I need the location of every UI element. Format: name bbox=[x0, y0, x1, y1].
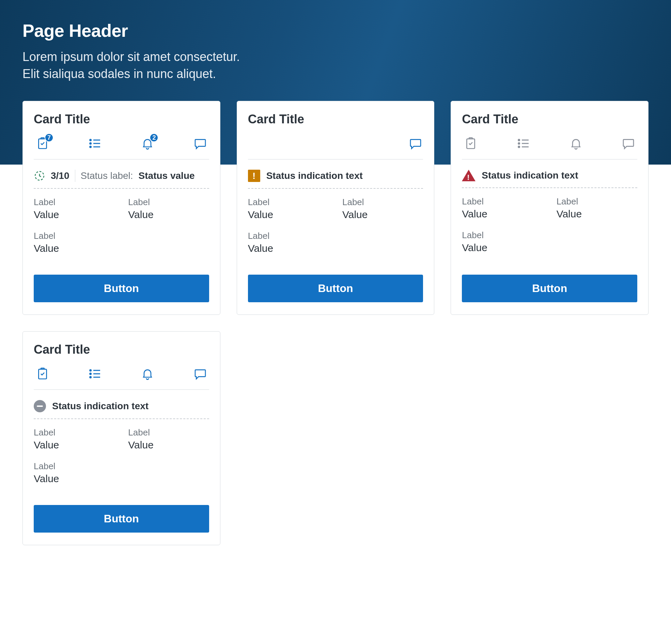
status-row: ! Status indication text bbox=[248, 165, 423, 189]
card-action-button[interactable]: Button bbox=[34, 505, 209, 533]
fields-grid: LabelValue LabelValue LabelValue bbox=[34, 197, 209, 254]
svg-point-17 bbox=[90, 373, 91, 374]
list-icon[interactable] bbox=[88, 366, 102, 381]
card-icon-row bbox=[462, 136, 637, 151]
comment-icon[interactable] bbox=[408, 136, 423, 151]
comment-icon[interactable] bbox=[621, 136, 636, 151]
status-row: Status indication text bbox=[462, 165, 637, 188]
field: LabelValue bbox=[248, 197, 329, 221]
field-value: Value bbox=[128, 439, 209, 451]
progress-count: 3/10 bbox=[51, 170, 69, 181]
field: LabelValue bbox=[34, 231, 114, 254]
field-label: Label bbox=[34, 427, 114, 438]
status-text: Status indication text bbox=[52, 401, 149, 412]
field-label: Label bbox=[128, 427, 209, 438]
comment-icon[interactable] bbox=[193, 366, 208, 381]
svg-point-1 bbox=[90, 139, 91, 141]
list-icon[interactable] bbox=[516, 136, 531, 151]
clipboard-icon[interactable] bbox=[35, 366, 50, 381]
bell-icon[interactable]: 2 bbox=[140, 136, 155, 151]
card-icon-row: 7 2 bbox=[34, 136, 209, 151]
progress-icon bbox=[34, 170, 45, 182]
field: LabelValue bbox=[557, 196, 637, 220]
bell-badge: 2 bbox=[150, 133, 159, 142]
svg-point-9 bbox=[518, 139, 519, 141]
svg-point-2 bbox=[90, 143, 91, 144]
clipboard-icon[interactable] bbox=[463, 136, 478, 151]
field-value: Value bbox=[248, 243, 329, 254]
field: LabelValue bbox=[462, 230, 543, 253]
comment-icon[interactable] bbox=[193, 136, 208, 151]
svg-point-18 bbox=[90, 376, 91, 378]
field: LabelValue bbox=[34, 461, 114, 484]
status-label: Status label: bbox=[81, 170, 133, 181]
status-value: Status value bbox=[139, 170, 195, 181]
card-title: Card Title bbox=[248, 112, 423, 126]
neutral-icon bbox=[34, 400, 46, 412]
field: LabelValue bbox=[128, 427, 209, 451]
card-icon-row bbox=[248, 136, 423, 151]
divider bbox=[34, 159, 209, 160]
field-value: Value bbox=[34, 243, 114, 254]
field-label: Label bbox=[248, 231, 329, 241]
page-title: Page Header bbox=[23, 21, 648, 41]
field: LabelValue bbox=[128, 197, 209, 221]
field-value: Value bbox=[462, 242, 543, 253]
field-value: Value bbox=[34, 209, 114, 221]
card-icon-row bbox=[34, 366, 209, 381]
svg-point-10 bbox=[518, 143, 519, 144]
field-value: Value bbox=[248, 209, 329, 221]
fields-grid: LabelValue LabelValue LabelValue bbox=[248, 197, 423, 254]
field-label: Label bbox=[128, 197, 209, 208]
field-value: Value bbox=[128, 209, 209, 221]
card-action-button[interactable]: Button bbox=[462, 275, 637, 302]
fields-grid: LabelValue LabelValue LabelValue bbox=[34, 427, 209, 484]
field-label: Label bbox=[557, 196, 637, 207]
clipboard-icon[interactable]: 7 bbox=[35, 136, 50, 151]
field-value: Value bbox=[557, 208, 637, 220]
clipboard-badge: 7 bbox=[45, 133, 53, 142]
bell-icon[interactable] bbox=[140, 366, 155, 381]
divider bbox=[34, 389, 209, 390]
status-row: 3/10 Status label: Status value bbox=[34, 165, 209, 189]
card-action-button[interactable]: Button bbox=[34, 275, 209, 302]
fields-grid: LabelValue LabelValue LabelValue bbox=[462, 196, 637, 253]
divider bbox=[462, 159, 637, 160]
cards-grid: Card Title 7 2 3/10 bbox=[23, 101, 648, 545]
page-hero: Page Header Lorem ipsum dolor sit amet c… bbox=[0, 0, 671, 164]
field-label: Label bbox=[462, 230, 543, 240]
card: Card Title Status indicati bbox=[451, 101, 648, 315]
status-text: Status indication text bbox=[266, 170, 363, 181]
field: LabelValue bbox=[342, 197, 423, 221]
page-subtitle: Lorem ipsum dolor sit amet consectetur. … bbox=[23, 48, 648, 83]
svg-point-3 bbox=[90, 146, 91, 148]
list-icon[interactable] bbox=[88, 136, 102, 151]
card-title: Card Title bbox=[34, 112, 209, 126]
field: LabelValue bbox=[34, 427, 114, 451]
field-label: Label bbox=[34, 231, 114, 241]
field-label: Label bbox=[342, 197, 423, 208]
field: LabelValue bbox=[462, 196, 543, 220]
status-row: Status indication text bbox=[34, 396, 209, 419]
card-action-button[interactable]: Button bbox=[248, 275, 423, 302]
svg-point-16 bbox=[90, 370, 91, 371]
divider bbox=[248, 159, 423, 160]
field-label: Label bbox=[462, 196, 543, 207]
field-label: Label bbox=[248, 197, 329, 208]
card: Card Title Status indicati bbox=[23, 331, 220, 545]
warning-icon: ! bbox=[248, 170, 260, 182]
card-title: Card Title bbox=[462, 112, 637, 126]
field-label: Label bbox=[34, 197, 114, 208]
field-label: Label bbox=[34, 461, 114, 472]
field-value: Value bbox=[342, 209, 423, 221]
error-icon bbox=[462, 170, 476, 181]
field-value: Value bbox=[34, 473, 114, 484]
field-value: Value bbox=[462, 208, 543, 220]
bell-icon[interactable] bbox=[569, 136, 583, 151]
svg-point-11 bbox=[518, 146, 519, 148]
field-value: Value bbox=[34, 439, 114, 451]
card-title: Card Title bbox=[34, 343, 209, 357]
card: Card Title ! Status indication text Labe… bbox=[237, 101, 435, 315]
vertical-divider bbox=[75, 170, 75, 182]
card: Card Title 7 2 3/10 bbox=[23, 101, 220, 315]
